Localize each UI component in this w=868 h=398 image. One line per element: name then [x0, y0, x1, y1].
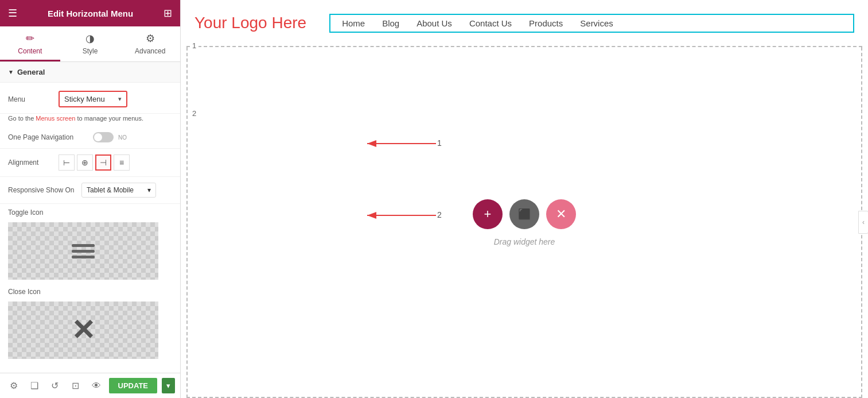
nav-item-products[interactable]: Products	[529, 18, 563, 28]
tab-advanced-label: Advanced	[135, 47, 165, 55]
close-x-display: ✕	[71, 314, 95, 347]
left-panel: ☰ Edit Horizontal Menu ⊞ ✏ Content ◑ Sty…	[0, 0, 181, 398]
menu-dropdown-value: Sticky Menu	[64, 95, 105, 103]
menu-dropdown[interactable]: Sticky Menu ▾	[59, 91, 127, 107]
toggle-icon-label: Toggle Icon	[0, 204, 180, 219]
menu-label: Menu	[8, 95, 54, 103]
hamburger-preview	[72, 244, 95, 258]
canvas-left-border	[186, 47, 188, 398]
eye-icon[interactable]: 👁	[88, 378, 104, 394]
canvas-row-wrapper: + ⬛ ✕ Drag widget here 2	[186, 47, 862, 398]
collapse-panel-handle[interactable]: ‹	[858, 211, 868, 234]
responsive-icon[interactable]: ⊡	[68, 378, 84, 394]
pencil-icon: ✏	[26, 32, 34, 45]
collapse-arrow-icon: ▼	[8, 69, 14, 75]
responsive-label: Responsive Show On	[8, 186, 77, 194]
layers-icon[interactable]: ❑	[26, 378, 42, 394]
nav-item-services[interactable]: Services	[580, 18, 613, 28]
align-justify-button[interactable]: ≡	[114, 154, 130, 171]
tab-advanced[interactable]: ⚙ Advanced	[120, 26, 180, 61]
nav-item-home[interactable]: Home	[342, 18, 365, 28]
chevron-down-icon: ▾	[118, 95, 122, 103]
library-button[interactable]: ⬛	[509, 199, 539, 229]
bottom-bar: ⚙ ❑ ↺ ⊡ 👁 UPDATE ▾	[0, 373, 181, 398]
drag-hint: Drag widget here	[494, 237, 555, 246]
main-area: Your Logo Here Home Blog About Us Contac…	[181, 0, 868, 398]
circle-half-icon: ◑	[85, 32, 95, 45]
row-2-number: 2	[190, 109, 198, 118]
one-page-nav-row: One Page Navigation NO	[0, 126, 180, 149]
nav-item-contact[interactable]: Contact Us	[469, 18, 512, 28]
hamburger-line-1	[72, 244, 95, 247]
one-page-nav-toggle[interactable]	[93, 132, 114, 142]
settings-icon[interactable]: ⚙	[6, 378, 22, 394]
alignment-label: Alignment	[8, 159, 54, 167]
one-page-nav-label: One Page Navigation	[8, 133, 88, 141]
gear-icon: ⚙	[146, 32, 155, 45]
nav-item-about[interactable]: About Us	[417, 18, 452, 28]
responsive-chevron-icon: ▾	[147, 186, 151, 194]
close-icon-label: Close Icon	[0, 283, 180, 298]
link-hint-suffix: to manage your menus.	[75, 115, 143, 122]
tab-style[interactable]: ◑ Style	[60, 26, 120, 61]
close-icon-preview: ✕	[8, 302, 158, 359]
tab-content[interactable]: ✏ Content	[0, 26, 60, 61]
nav-menu: Home Blog About Us Contact Us Products S…	[329, 14, 854, 33]
close-widget-button[interactable]: ✕	[546, 199, 576, 229]
tab-style-label: Style	[83, 47, 98, 55]
responsive-dropdown-value: Tablet & Mobile	[87, 186, 134, 194]
panel-title: Edit Horizontal Menu	[48, 9, 133, 18]
panel-header: ☰ Edit Horizontal Menu ⊞	[0, 0, 180, 26]
canvas-area: 1 + ⬛ ✕ Drag widget here 2 ‹	[181, 46, 868, 398]
hamburger-line-2	[72, 250, 95, 253]
widget-drop-area[interactable]: + ⬛ ✕ Drag widget here	[186, 47, 862, 398]
alignment-row: Alignment ⊢ ⊕ ⊣ ≡	[0, 149, 180, 177]
align-left-button[interactable]: ⊢	[59, 154, 75, 171]
menu-field-row: Menu Sticky Menu ▾	[0, 85, 180, 114]
tabs-container: ✏ Content ◑ Style ⚙ Advanced	[0, 26, 180, 62]
general-section-title: General	[17, 68, 45, 76]
nav-preview: Your Logo Here Home Blog About Us Contac…	[181, 0, 868, 46]
responsive-dropdown[interactable]: Tablet & Mobile ▾	[81, 183, 156, 198]
align-right-button[interactable]: ⊣	[95, 154, 111, 171]
alignment-buttons: ⊢ ⊕ ⊣ ≡	[59, 154, 130, 171]
widget-icons-row: + ⬛ ✕	[473, 199, 576, 229]
tab-content-label: Content	[18, 47, 42, 55]
menus-screen-link[interactable]: Menus screen	[36, 115, 75, 122]
grid-icon[interactable]: ⊞	[164, 7, 172, 20]
hamburger-line-3	[72, 256, 95, 258]
one-page-nav-toggle-label: NO	[118, 134, 127, 141]
hamburger-icon[interactable]: ☰	[8, 7, 17, 20]
panel-body: ▼ General Menu Sticky Menu ▾ Go to the M…	[0, 62, 180, 398]
add-widget-button[interactable]: +	[473, 199, 503, 229]
update-arrow-button[interactable]: ▾	[162, 378, 175, 393]
nav-item-blog[interactable]: Blog	[382, 18, 399, 28]
one-page-nav-toggle-container[interactable]: NO	[93, 132, 127, 142]
align-center-button[interactable]: ⊕	[77, 154, 93, 171]
history-icon[interactable]: ↺	[47, 378, 63, 394]
toggle-icon-preview	[8, 222, 158, 280]
general-section-header[interactable]: ▼ General	[0, 62, 180, 83]
responsive-row: Responsive Show On Tablet & Mobile ▾	[0, 177, 180, 204]
menu-link-hint: Go to the Menus screen to manage your me…	[0, 114, 180, 126]
link-hint-prefix: Go to the	[8, 115, 36, 122]
update-button[interactable]: UPDATE	[109, 378, 157, 393]
logo-text: Your Logo Here	[194, 14, 306, 32]
